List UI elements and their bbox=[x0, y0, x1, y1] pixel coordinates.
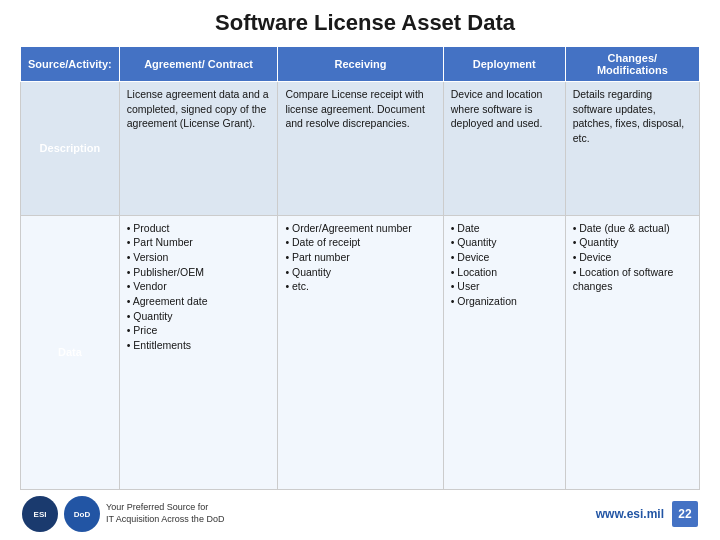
changes-list: Date (due & actual) Quantity Device Loca… bbox=[573, 221, 692, 294]
footer: ESI DoD Your Preferred Source for IT Acq… bbox=[20, 496, 700, 532]
deployment-list: Date Quantity Device Location User Organ… bbox=[451, 221, 558, 309]
list-item: Location of software changes bbox=[573, 265, 692, 294]
col-header-deployment: Deployment bbox=[443, 47, 565, 82]
col-header-receiving: Receiving bbox=[278, 47, 443, 82]
list-item: Part Number bbox=[127, 235, 271, 250]
description-label: Description bbox=[21, 82, 120, 216]
list-item: Quantity bbox=[285, 265, 435, 280]
dod-logo: DoD bbox=[64, 496, 100, 532]
data-row: Data Product Part Number Version Publish… bbox=[21, 215, 700, 489]
list-item: User bbox=[451, 279, 558, 294]
list-item: Part number bbox=[285, 250, 435, 265]
page-number: 22 bbox=[672, 501, 698, 527]
data-label: Data bbox=[21, 215, 120, 489]
list-item: Quantity bbox=[451, 235, 558, 250]
list-item: Product bbox=[127, 221, 271, 236]
list-item: Quantity bbox=[127, 309, 271, 324]
description-receiving: Compare License receipt with license agr… bbox=[278, 82, 443, 216]
list-item: Entitlements bbox=[127, 338, 271, 353]
page-title: Software License Asset Data bbox=[20, 10, 700, 36]
website-url: www.esi.mil bbox=[596, 507, 664, 521]
list-item: Device bbox=[451, 250, 558, 265]
data-receiving-cell: Order/Agreement number Date of receipt P… bbox=[278, 215, 443, 489]
description-agreement: License agreement data and a completed, … bbox=[119, 82, 278, 216]
page: Software License Asset Data Source/Activ… bbox=[0, 0, 720, 540]
list-item: Date of receipt bbox=[285, 235, 435, 250]
main-table: Source/Activity: Agreement/ Contract Rec… bbox=[20, 46, 700, 490]
tagline-line2: IT Acquisition Across the DoD bbox=[106, 514, 224, 526]
description-deployment: Device and location where software is de… bbox=[443, 82, 565, 216]
list-item: Date (due & actual) bbox=[573, 221, 692, 236]
list-item: Device bbox=[573, 250, 692, 265]
list-item: Organization bbox=[451, 294, 558, 309]
list-item: Quantity bbox=[573, 235, 692, 250]
list-item: Agreement date bbox=[127, 294, 271, 309]
description-changes: Details regarding software updates, patc… bbox=[565, 82, 699, 216]
description-row: Description License agreement data and a… bbox=[21, 82, 700, 216]
list-item: Location bbox=[451, 265, 558, 280]
data-changes-cell: Date (due & actual) Quantity Device Loca… bbox=[565, 215, 699, 489]
receiving-list: Order/Agreement number Date of receipt P… bbox=[285, 221, 435, 294]
list-item: Date bbox=[451, 221, 558, 236]
esi-logo: ESI bbox=[22, 496, 58, 532]
footer-left: ESI DoD Your Preferred Source for IT Acq… bbox=[22, 496, 224, 532]
col-header-agreement: Agreement/ Contract bbox=[119, 47, 278, 82]
agreement-list: Product Part Number Version Publisher/OE… bbox=[127, 221, 271, 353]
footer-tagline: Your Preferred Source for IT Acquisition… bbox=[106, 502, 224, 525]
col-header-source: Source/Activity: bbox=[21, 47, 120, 82]
list-item: Publisher/OEM bbox=[127, 265, 271, 280]
data-deployment-cell: Date Quantity Device Location User Organ… bbox=[443, 215, 565, 489]
list-item: Price bbox=[127, 323, 271, 338]
list-item: etc. bbox=[285, 279, 435, 294]
list-item: Version bbox=[127, 250, 271, 265]
data-agreement-cell: Product Part Number Version Publisher/OE… bbox=[119, 215, 278, 489]
col-header-changes: Changes/ Modifications bbox=[565, 47, 699, 82]
list-item: Order/Agreement number bbox=[285, 221, 435, 236]
footer-right: www.esi.mil 22 bbox=[596, 501, 698, 527]
tagline-line1: Your Preferred Source for bbox=[106, 502, 224, 514]
list-item: Vendor bbox=[127, 279, 271, 294]
